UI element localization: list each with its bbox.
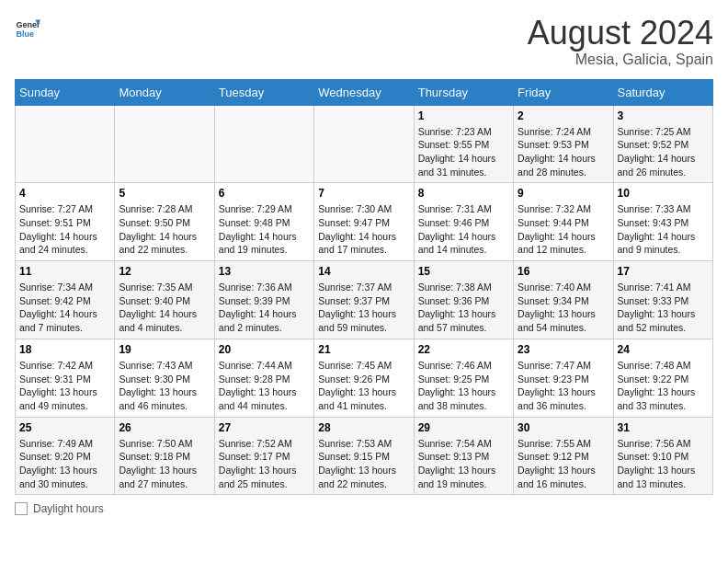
day-number: 20 xyxy=(219,343,310,356)
calendar-cell: 13Sunrise: 7:36 AMSunset: 9:39 PMDayligh… xyxy=(214,261,313,339)
calendar-cell: 10Sunrise: 7:33 AMSunset: 9:43 PMDayligh… xyxy=(613,183,712,261)
day-number: 5 xyxy=(119,187,210,200)
weekday-header-cell: Sunday xyxy=(16,79,115,105)
day-number: 30 xyxy=(518,421,609,434)
day-info: Sunrise: 7:50 AMSunset: 9:18 PMDaylight:… xyxy=(119,437,210,491)
day-info: Sunrise: 7:41 AMSunset: 9:33 PMDaylight:… xyxy=(618,281,709,335)
day-number: 16 xyxy=(518,265,609,278)
day-info: Sunrise: 7:35 AMSunset: 9:40 PMDaylight:… xyxy=(119,281,210,335)
calendar-cell: 3Sunrise: 7:25 AMSunset: 9:52 PMDaylight… xyxy=(613,105,712,183)
calendar-cell xyxy=(16,105,115,183)
day-info: Sunrise: 7:49 AMSunset: 9:20 PMDaylight:… xyxy=(19,437,110,491)
calendar-header: SundayMondayTuesdayWednesdayThursdayFrid… xyxy=(16,79,713,105)
day-number: 4 xyxy=(19,187,110,200)
daylight-swatch xyxy=(15,502,28,515)
day-number: 23 xyxy=(518,343,609,356)
calendar-table: SundayMondayTuesdayWednesdayThursdayFrid… xyxy=(15,79,713,496)
day-number: 24 xyxy=(618,343,709,356)
day-info: Sunrise: 7:36 AMSunset: 9:39 PMDaylight:… xyxy=(219,281,310,335)
calendar-cell: 30Sunrise: 7:55 AMSunset: 9:12 PMDayligh… xyxy=(514,417,613,495)
weekday-header-cell: Tuesday xyxy=(214,79,313,105)
calendar-cell: 17Sunrise: 7:41 AMSunset: 9:33 PMDayligh… xyxy=(613,261,712,339)
calendar-cell: 23Sunrise: 7:47 AMSunset: 9:23 PMDayligh… xyxy=(514,339,613,417)
day-info: Sunrise: 7:34 AMSunset: 9:42 PMDaylight:… xyxy=(19,281,110,335)
day-info: Sunrise: 7:29 AMSunset: 9:48 PMDaylight:… xyxy=(219,202,310,257)
calendar-cell: 29Sunrise: 7:54 AMSunset: 9:13 PMDayligh… xyxy=(414,417,513,495)
day-number: 26 xyxy=(119,421,210,434)
day-number: 7 xyxy=(318,187,409,200)
day-info: Sunrise: 7:37 AMSunset: 9:37 PMDaylight:… xyxy=(318,281,409,335)
title-block: August 2024 Mesia, Galicia, Spain xyxy=(528,15,713,68)
day-info: Sunrise: 7:45 AMSunset: 9:26 PMDaylight:… xyxy=(318,359,409,413)
day-number: 14 xyxy=(318,265,409,278)
day-number: 1 xyxy=(418,109,509,122)
calendar-cell xyxy=(314,105,414,183)
daylight-label: Daylight hours xyxy=(33,502,104,515)
day-number: 29 xyxy=(418,421,509,434)
day-info: Sunrise: 7:24 AMSunset: 9:53 PMDaylight:… xyxy=(518,125,609,179)
weekday-header-cell: Monday xyxy=(115,79,214,105)
day-number: 6 xyxy=(219,187,310,200)
day-info: Sunrise: 7:27 AMSunset: 9:51 PMDaylight:… xyxy=(19,202,110,257)
weekday-header-cell: Friday xyxy=(514,79,613,105)
day-info: Sunrise: 7:25 AMSunset: 9:52 PMDaylight:… xyxy=(618,125,709,179)
day-number: 19 xyxy=(119,343,210,356)
logo-icon: General Blue xyxy=(15,15,40,40)
calendar-cell: 16Sunrise: 7:40 AMSunset: 9:34 PMDayligh… xyxy=(514,261,613,339)
month-year: August 2024 xyxy=(528,15,713,52)
calendar-cell: 4Sunrise: 7:27 AMSunset: 9:51 PMDaylight… xyxy=(16,183,115,261)
calendar-week-row: 18Sunrise: 7:42 AMSunset: 9:31 PMDayligh… xyxy=(16,339,713,417)
calendar-week-row: 4Sunrise: 7:27 AMSunset: 9:51 PMDaylight… xyxy=(16,183,713,261)
day-info: Sunrise: 7:48 AMSunset: 9:22 PMDaylight:… xyxy=(618,359,709,413)
day-number: 2 xyxy=(518,109,609,122)
day-info: Sunrise: 7:31 AMSunset: 9:46 PMDaylight:… xyxy=(418,202,509,257)
calendar-cell: 31Sunrise: 7:56 AMSunset: 9:10 PMDayligh… xyxy=(613,417,712,495)
calendar-cell: 5Sunrise: 7:28 AMSunset: 9:50 PMDaylight… xyxy=(115,183,214,261)
day-number: 25 xyxy=(19,421,110,434)
day-number: 15 xyxy=(418,265,509,278)
calendar-cell xyxy=(214,105,313,183)
day-number: 8 xyxy=(418,187,509,200)
calendar-cell: 14Sunrise: 7:37 AMSunset: 9:37 PMDayligh… xyxy=(314,261,414,339)
day-info: Sunrise: 7:33 AMSunset: 9:43 PMDaylight:… xyxy=(618,202,709,257)
day-info: Sunrise: 7:38 AMSunset: 9:36 PMDaylight:… xyxy=(418,281,509,335)
day-number: 11 xyxy=(19,265,110,278)
calendar-cell: 27Sunrise: 7:52 AMSunset: 9:17 PMDayligh… xyxy=(214,417,313,495)
day-number: 9 xyxy=(518,187,609,200)
calendar-cell: 18Sunrise: 7:42 AMSunset: 9:31 PMDayligh… xyxy=(16,339,115,417)
day-info: Sunrise: 7:23 AMSunset: 9:55 PMDaylight:… xyxy=(418,125,509,179)
calendar-cell: 26Sunrise: 7:50 AMSunset: 9:18 PMDayligh… xyxy=(115,417,214,495)
calendar-week-row: 25Sunrise: 7:49 AMSunset: 9:20 PMDayligh… xyxy=(16,417,713,495)
calendar-cell: 9Sunrise: 7:32 AMSunset: 9:44 PMDaylight… xyxy=(514,183,613,261)
weekday-header-cell: Saturday xyxy=(613,79,712,105)
calendar-cell: 24Sunrise: 7:48 AMSunset: 9:22 PMDayligh… xyxy=(613,339,712,417)
day-number: 21 xyxy=(318,343,409,356)
weekday-header-cell: Wednesday xyxy=(314,79,414,105)
calendar-cell: 1Sunrise: 7:23 AMSunset: 9:55 PMDaylight… xyxy=(414,105,513,183)
calendar-cell: 19Sunrise: 7:43 AMSunset: 9:30 PMDayligh… xyxy=(115,339,214,417)
calendar-week-row: 1Sunrise: 7:23 AMSunset: 9:55 PMDaylight… xyxy=(16,105,713,183)
day-number: 18 xyxy=(19,343,110,356)
day-number: 12 xyxy=(119,265,210,278)
footer: Daylight hours xyxy=(15,502,713,515)
day-info: Sunrise: 7:44 AMSunset: 9:28 PMDaylight:… xyxy=(219,359,310,413)
day-number: 3 xyxy=(618,109,709,122)
calendar-cell: 25Sunrise: 7:49 AMSunset: 9:20 PMDayligh… xyxy=(16,417,115,495)
weekday-header-cell: Thursday xyxy=(414,79,513,105)
calendar-cell xyxy=(115,105,214,183)
day-number: 17 xyxy=(618,265,709,278)
day-info: Sunrise: 7:30 AMSunset: 9:47 PMDaylight:… xyxy=(318,202,409,257)
day-info: Sunrise: 7:28 AMSunset: 9:50 PMDaylight:… xyxy=(119,202,210,257)
day-info: Sunrise: 7:43 AMSunset: 9:30 PMDaylight:… xyxy=(119,359,210,413)
day-info: Sunrise: 7:46 AMSunset: 9:25 PMDaylight:… xyxy=(418,359,509,413)
day-number: 13 xyxy=(219,265,310,278)
day-info: Sunrise: 7:47 AMSunset: 9:23 PMDaylight:… xyxy=(518,359,609,413)
calendar-cell: 22Sunrise: 7:46 AMSunset: 9:25 PMDayligh… xyxy=(414,339,513,417)
day-info: Sunrise: 7:52 AMSunset: 9:17 PMDaylight:… xyxy=(219,437,310,491)
calendar-cell: 15Sunrise: 7:38 AMSunset: 9:36 PMDayligh… xyxy=(414,261,513,339)
day-info: Sunrise: 7:40 AMSunset: 9:34 PMDaylight:… xyxy=(518,281,609,335)
day-info: Sunrise: 7:55 AMSunset: 9:12 PMDaylight:… xyxy=(518,437,609,491)
calendar-cell: 6Sunrise: 7:29 AMSunset: 9:48 PMDaylight… xyxy=(214,183,313,261)
calendar-cell: 21Sunrise: 7:45 AMSunset: 9:26 PMDayligh… xyxy=(314,339,414,417)
calendar-cell: 11Sunrise: 7:34 AMSunset: 9:42 PMDayligh… xyxy=(16,261,115,339)
